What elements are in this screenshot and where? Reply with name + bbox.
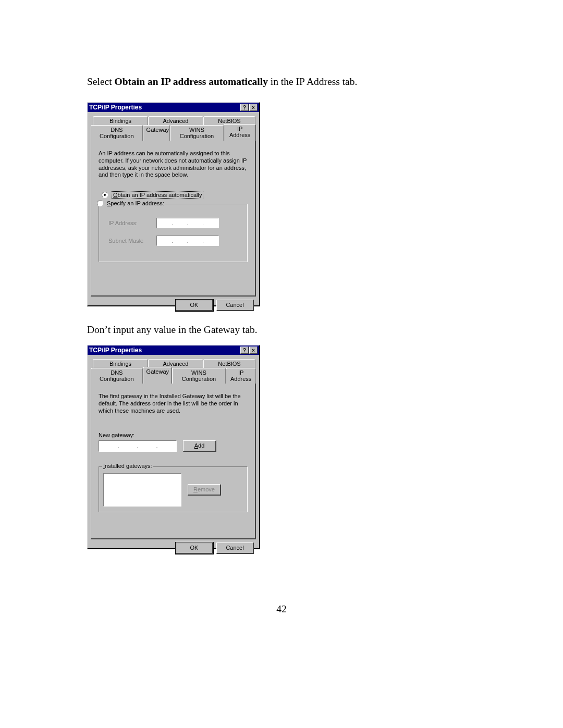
instr1-prefix: Select <box>87 76 115 87</box>
tab-label: IP Address <box>230 369 251 382</box>
tab-ip-address[interactable]: IP Address <box>224 124 256 141</box>
tabrow-bottom: DNS Configuration Gateway WINS Configura… <box>91 368 256 384</box>
tab-panel-gateway: The first gateway in the Installed Gatew… <box>91 383 256 539</box>
tabrow-top: Bindings Advanced NetBIOS <box>93 359 256 368</box>
new-gateway-label: New gateway: <box>99 432 248 438</box>
dialog-content: Bindings Advanced NetBIOS DNS Configurat… <box>88 112 259 315</box>
tab-label: Advanced <box>163 118 189 124</box>
tab-ip-address[interactable]: IP Address <box>226 368 256 384</box>
dialog-content: Bindings Advanced NetBIOS DNS Configurat… <box>88 355 259 558</box>
tab-advanced[interactable]: Advanced <box>148 116 203 126</box>
installed-gateways-list[interactable] <box>103 473 181 507</box>
subnet-mask-label: Subnet Mask: <box>108 238 148 244</box>
group-installed-gateways: Installed gateways: Remove <box>99 466 248 512</box>
tabrow-bottom: DNS Configuration Gateway WINS Configura… <box>91 125 256 141</box>
dialog-buttons: OK Cancel <box>91 297 256 312</box>
add-button[interactable]: Add <box>183 440 216 452</box>
tab-label: Gateway <box>146 127 169 133</box>
help-icon[interactable]: ? <box>240 104 249 111</box>
tab-netbios[interactable]: NetBIOS <box>203 359 255 368</box>
titlebar[interactable]: TCP/IP Properties ? × <box>88 346 259 355</box>
title-buttons: ? × <box>240 104 258 111</box>
dialog-title: TCP/IP Properties <box>89 347 142 354</box>
tab-panel-ip: An IP address can be automatically assig… <box>91 140 256 297</box>
new-gateway-input[interactable]: ... <box>99 440 177 452</box>
title-buttons: ? × <box>240 347 258 354</box>
tab-gateway[interactable]: Gateway <box>143 125 170 141</box>
instr1-bold: Obtain an IP address automatically <box>115 76 268 87</box>
tab-label: NetBIOS <box>218 361 240 367</box>
close-icon[interactable]: × <box>249 104 258 111</box>
instruction-2: Don’t input any value in the Gateway tab… <box>87 323 258 336</box>
dialog-buttons: OK Cancel <box>91 539 256 555</box>
gateway-description: The first gateway in the Installed Gatew… <box>99 393 248 414</box>
radio-obtain-label: Obtain an IP address automatically <box>112 191 203 199</box>
tab-label: Bindings <box>109 118 131 124</box>
ip-address-input[interactable]: ... <box>156 218 219 228</box>
tab-label: NetBIOS <box>218 118 240 124</box>
radio-icon <box>97 200 103 206</box>
instruction-1: Select Obtain an IP address automaticall… <box>87 75 357 88</box>
field-subnet-mask: Subnet Mask: ... <box>108 236 243 246</box>
radio-obtain-auto[interactable]: Obtain an IP address automatically <box>102 191 248 199</box>
tab-label: DNS Configuration <box>100 369 133 382</box>
instr1-suffix: in the IP Address tab. <box>268 76 358 87</box>
installed-gateways-row: Remove <box>103 473 243 507</box>
tab-dns[interactable]: DNS Configuration <box>91 368 143 384</box>
installed-gateways-label: Installed gateways: <box>102 463 153 469</box>
ip-address-label: IP Address: <box>108 220 148 226</box>
tab-dns[interactable]: DNS Configuration <box>91 125 143 141</box>
dialog-title: TCP/IP Properties <box>89 104 142 111</box>
cancel-button[interactable]: Cancel <box>216 542 254 554</box>
dialog-ip: TCP/IP Properties ? × Bindings Advanced … <box>87 102 260 306</box>
tab-label: Advanced <box>163 361 189 367</box>
close-icon[interactable]: × <box>249 347 258 354</box>
titlebar[interactable]: TCP/IP Properties ? × <box>88 103 259 112</box>
tab-gateway[interactable]: Gateway <box>143 367 172 384</box>
ok-button[interactable]: OK <box>176 300 213 311</box>
cancel-button[interactable]: Cancel <box>216 300 254 311</box>
tab-label: DNS Configuration <box>100 127 133 139</box>
radio-icon <box>102 192 108 198</box>
tab-bindings[interactable]: Bindings <box>93 116 148 126</box>
subnet-mask-input[interactable]: ... <box>156 236 219 246</box>
ok-button[interactable]: OK <box>176 542 213 554</box>
help-icon[interactable]: ? <box>240 347 249 354</box>
tab-label: WINS Configuration <box>182 369 216 382</box>
tab-label: IP Address <box>229 126 250 138</box>
field-ip-address: IP Address: ... <box>108 218 243 228</box>
remove-button[interactable]: Remove <box>188 484 221 496</box>
dialog-gateway: TCP/IP Properties ? × Bindings Advanced … <box>87 345 260 549</box>
tab-label: Bindings <box>109 361 131 367</box>
tab-wins[interactable]: WINS Configuration <box>170 125 224 141</box>
tab-label: WINS Configuration <box>180 127 214 139</box>
radio-specify-label: Specify an IP address: <box>107 200 164 206</box>
radio-specify[interactable]: Specify an IP address: <box>96 200 165 206</box>
new-gateway-row: ... Add <box>99 440 248 452</box>
group-specify: Specify an IP address: IP Address: ... S… <box>99 204 248 262</box>
page-number: 42 <box>0 603 563 615</box>
tab-wins[interactable]: WINS Configuration <box>172 368 226 384</box>
ip-description: An IP address can be automatically assig… <box>99 150 248 179</box>
tab-bindings[interactable]: Bindings <box>93 359 148 368</box>
document-page: Select Obtain an IP address automaticall… <box>0 0 563 728</box>
tab-label: Gateway <box>146 368 169 375</box>
